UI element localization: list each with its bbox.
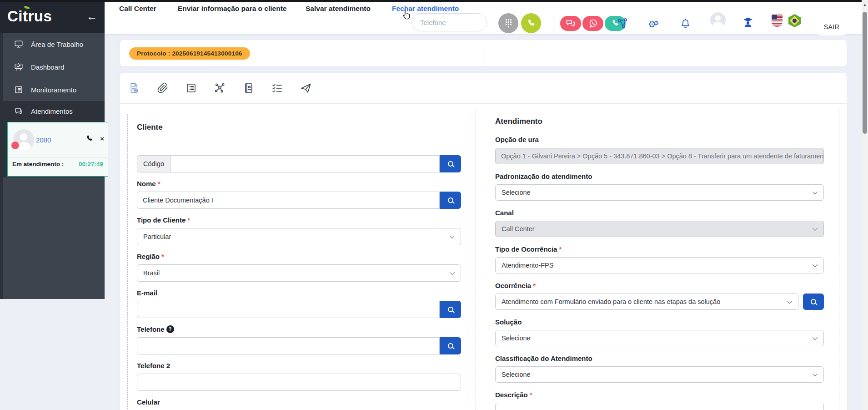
list-icon [14, 85, 24, 95]
nav-salvar-atendimento[interactable]: Salvar atendimento [306, 5, 371, 13]
nome-search-button[interactable] [440, 192, 461, 209]
codigo-field: Código [137, 155, 461, 172]
nav-call-center[interactable]: Call Center [119, 5, 156, 13]
dashboard-icon [14, 62, 24, 72]
whatsapp-channel-button[interactable] [582, 16, 603, 31]
telefone2-label: Telefone 2 [137, 361, 461, 370]
sidebar: Citrus ← Área de Trabalho Dashboard Moni… [0, 0, 105, 299]
required-marker: * [161, 252, 164, 261]
classificacao-field: Selecione [495, 366, 824, 383]
scrollbar-thumb[interactable] [863, 12, 867, 134]
email-field [137, 301, 461, 318]
dial-call-button[interactable] [521, 13, 541, 33]
sidebar-item-dashboard[interactable]: Dashboard [3, 56, 105, 78]
ocorrencia-search-button[interactable] [803, 294, 824, 310]
telefone-label: Telefone ? [137, 324, 461, 334]
notifications-button[interactable] [678, 16, 692, 31]
tipo-cliente-select[interactable]: Particular [137, 228, 461, 245]
sidebar-collapse-icon[interactable]: ← [86, 11, 97, 22]
bell-icon [679, 17, 692, 30]
settings-button[interactable]: ⚙⚙ [646, 17, 661, 31]
help-icon[interactable]: ? [166, 325, 174, 333]
padronizacao-select[interactable]: Selecione [495, 184, 824, 201]
solucao-select[interactable]: Selecione [495, 330, 824, 346]
descricao-textarea[interactable] [495, 403, 824, 410]
email-input[interactable] [137, 301, 440, 318]
tipo-ocorrencia-select[interactable]: Atendimento-FPS [495, 257, 824, 273]
tutorials-button[interactable] [741, 15, 755, 30]
ocorrencia-label: Ocorrência * [495, 281, 824, 290]
close-icon[interactable]: × [100, 134, 104, 143]
chevron-down-icon [450, 270, 455, 275]
logout-button[interactable]: SAIR [815, 18, 848, 35]
contact-book-button[interactable] [242, 82, 255, 94]
send-button[interactable] [300, 82, 312, 94]
mouse-cursor-icon [401, 9, 412, 22]
form-list-button[interactable] [185, 82, 197, 94]
search-icon [448, 307, 453, 312]
new-document-button[interactable] [128, 82, 140, 94]
us-flag-icon [772, 15, 783, 27]
solucao-label: Solução [495, 317, 824, 327]
chat-channel-button[interactable] [560, 16, 581, 31]
window-top-edge [0, 0, 868, 2]
language-us-flag[interactable] [772, 15, 783, 27]
email-search-button[interactable] [440, 301, 461, 318]
extension-link[interactable]: 2080 [36, 136, 51, 144]
tipo-ocorrencia-label: Tipo de Ocorrência * [495, 244, 824, 254]
user-avatar[interactable] [710, 12, 726, 28]
integrations-button[interactable] [615, 16, 630, 30]
required-marker: * [533, 281, 536, 290]
dialpad-button[interactable] [498, 13, 518, 33]
ocorrencia-select[interactable]: Atendimento com Formulário enviado para … [495, 294, 798, 310]
phone-icon[interactable] [85, 134, 94, 143]
required-marker: * [530, 390, 532, 400]
logo-text: t [23, 8, 28, 25]
telefone-search-button[interactable] [440, 337, 461, 354]
attendance-form-card: Cliente Código Nome * Tipo de Cliente * … [120, 73, 847, 410]
form-panels: Cliente Código Nome * Tipo de Cliente * … [120, 104, 847, 410]
search-icon [448, 343, 453, 349]
graduation-person-icon [742, 16, 754, 29]
chevron-down-icon [813, 226, 818, 231]
padronizacao-label: Padronização do atendimento [495, 172, 824, 181]
sidebar-item-label: Área de Trabalho [31, 40, 83, 48]
telefone2-input[interactable] [137, 374, 461, 391]
nav-enviar-informacao[interactable]: Enviar informação para o cliente [178, 5, 286, 13]
logout-label: SAIR [824, 23, 840, 30]
language-br-flag[interactable] [788, 14, 801, 27]
attachments-button[interactable] [156, 82, 169, 94]
scroll-up-arrow[interactable]: ▲ [862, 3, 868, 7]
status-label: Em atendimento : [12, 161, 64, 167]
workflow-button[interactable] [214, 82, 226, 94]
search-icon [811, 299, 816, 304]
regiao-label: Região* [137, 252, 461, 261]
codigo-input[interactable] [170, 155, 440, 172]
classificacao-select[interactable]: Selecione [495, 366, 824, 383]
active-call-card: 2080 × Em atendimento : 00:27:49 [7, 122, 108, 177]
chevron-down-icon [813, 262, 818, 267]
atendimento-title: Atendimento [495, 116, 824, 127]
whatsapp-icon [588, 18, 598, 29]
opcao-ura-value: Opção 1 - Gilvani Pereira > Opção 5 - 34… [495, 148, 824, 164]
tipo-cliente-field: Particular [137, 228, 461, 245]
regiao-select[interactable]: Brasil [137, 264, 461, 282]
codigo-search-button[interactable] [440, 155, 461, 172]
share-network-icon [616, 17, 629, 30]
divider [8, 157, 108, 157]
sidebar-item-monitoramento[interactable]: Monitoramento [3, 78, 105, 101]
canal-field: Call Center [495, 221, 824, 237]
citrus-app: Citrus ← Área de Trabalho Dashboard Moni… [0, 0, 868, 410]
sidebar-item-area-de-trabalho[interactable]: Área de Trabalho [3, 33, 105, 56]
dialpad-icon [503, 18, 513, 29]
required-marker: * [158, 179, 161, 188]
chat-icon [565, 19, 576, 29]
phone-search-input[interactable] [411, 13, 487, 31]
sidebar-item-atendimentos[interactable]: Atendimentos [3, 101, 105, 121]
nome-input[interactable] [137, 192, 440, 209]
telefone-input[interactable] [137, 337, 440, 354]
ocorrencia-field: Atendimento com Formulário enviado para … [495, 294, 824, 310]
topbar: Call Center Enviar informação para o cli… [105, 2, 868, 34]
solucao-field: Selecione [495, 330, 824, 346]
checklist-button[interactable] [271, 82, 283, 94]
